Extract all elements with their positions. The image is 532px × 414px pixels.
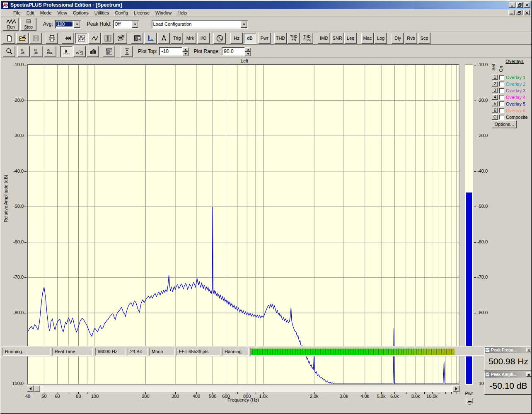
delay-button[interactable]: Dly bbox=[392, 33, 404, 44]
child-close-button[interactable] bbox=[523, 10, 530, 15]
menu-mode[interactable]: Mode bbox=[37, 10, 55, 16]
overlay-1-on-checkbox[interactable] bbox=[499, 75, 504, 80]
overlay-5-on-checkbox[interactable] bbox=[499, 101, 504, 106]
avg-combo[interactable]: 100 bbox=[55, 20, 81, 29]
overlay-2-set-button[interactable]: 2 bbox=[492, 81, 498, 87]
menu-view[interactable]: View bbox=[54, 10, 70, 16]
marker-button[interactable]: Mrk bbox=[184, 33, 196, 44]
scope-button[interactable]: Scp bbox=[418, 33, 430, 44]
io-button[interactable]: I/O bbox=[197, 33, 210, 44]
display-settings-button[interactable] bbox=[103, 46, 115, 57]
units-pwr-button[interactable]: Pwr bbox=[258, 33, 271, 44]
plot-top-spinner[interactable] bbox=[182, 47, 189, 55]
phase-view-button[interactable] bbox=[88, 33, 101, 44]
close-button[interactable] bbox=[524, 2, 530, 8]
zoom-out-2x-button[interactable]: 2X bbox=[31, 46, 43, 57]
step-plot-button[interactable] bbox=[73, 46, 86, 57]
plot-range-input[interactable]: 90.0 bbox=[222, 47, 245, 55]
thd-n-button[interactable]: THD+N bbox=[288, 33, 300, 44]
peak-frequency-titlebar[interactable]: Peak Frequ... bbox=[485, 347, 532, 353]
overlay-4-set-button[interactable]: 4 bbox=[492, 94, 498, 100]
print-button[interactable] bbox=[46, 33, 58, 44]
restore-button[interactable] bbox=[516, 2, 523, 8]
overlay-3-on-checkbox[interactable] bbox=[499, 88, 504, 93]
marker-button-label: Mrk bbox=[186, 36, 194, 40]
units-hz-button[interactable]: Hz bbox=[230, 33, 243, 44]
open-file-button[interactable] bbox=[16, 33, 29, 44]
bar-plot-button[interactable] bbox=[87, 46, 99, 57]
plot-top-input[interactable]: -10 bbox=[159, 47, 182, 55]
overlay-6-on-checkbox[interactable] bbox=[499, 108, 504, 113]
signal-generator-button[interactable] bbox=[213, 33, 226, 44]
child-minimize-button[interactable] bbox=[508, 10, 515, 15]
processing-settings-button[interactable] bbox=[131, 33, 143, 44]
scrollbar-thumb[interactable] bbox=[34, 385, 40, 392]
menu-utilities[interactable]: Utilities bbox=[92, 10, 112, 16]
spectrum-view-button[interactable] bbox=[75, 33, 87, 44]
menu-edit[interactable]: Edit bbox=[24, 10, 37, 16]
scroll-right-button[interactable] bbox=[453, 385, 459, 392]
peak-hold-combo-arrow[interactable] bbox=[132, 21, 138, 28]
calibration-button[interactable] bbox=[157, 33, 170, 44]
minimize-button[interactable] bbox=[509, 2, 515, 8]
line-plot-button[interactable] bbox=[60, 46, 73, 57]
amplitude-range-button[interactable] bbox=[121, 46, 133, 57]
peak-frequency-close-button[interactable] bbox=[526, 348, 532, 352]
scaling-button[interactable] bbox=[144, 33, 157, 44]
imd-button[interactable]: IMD bbox=[318, 33, 330, 44]
overlay-c-set-button[interactable]: C bbox=[492, 114, 498, 120]
y-tick-label-right: -50.0 bbox=[477, 204, 488, 209]
zoom-out-full-button[interactable]: FULL bbox=[44, 46, 56, 57]
spectrum-plot[interactable] bbox=[27, 64, 459, 385]
trigger-button[interactable]: Trig bbox=[171, 33, 183, 44]
spinner-up-icon[interactable] bbox=[245, 47, 251, 52]
spinner-up-icon[interactable] bbox=[182, 47, 189, 52]
peak-hold-combo[interactable]: Off bbox=[113, 20, 139, 29]
menu-help[interactable]: Help bbox=[174, 10, 190, 16]
new-file-button[interactable] bbox=[3, 33, 15, 44]
menu-options[interactable]: Options bbox=[70, 10, 92, 16]
peak-amplitude-close-button[interactable] bbox=[526, 372, 532, 377]
stop-button[interactable]: Stop bbox=[20, 18, 36, 31]
child-restore-button[interactable] bbox=[516, 10, 522, 15]
snr-button[interactable]: SNR bbox=[331, 33, 343, 44]
thd-freq-button[interactable]: THDFreq bbox=[301, 33, 313, 44]
logging-button[interactable]: Log bbox=[375, 33, 387, 44]
time-series-button[interactable] bbox=[62, 33, 74, 44]
macro-button[interactable]: Mac bbox=[361, 33, 374, 44]
menu-license[interactable]: License bbox=[131, 10, 152, 16]
zoom-button[interactable] bbox=[3, 46, 15, 57]
spinner-down-icon[interactable] bbox=[182, 52, 189, 56]
peak-amplitude-titlebar[interactable]: Peak Ampli... bbox=[485, 371, 532, 378]
run-button[interactable]: Run bbox=[3, 18, 19, 31]
overlays-set-column-label: Set bbox=[491, 64, 496, 71]
frequency-scrollbar[interactable] bbox=[27, 385, 459, 392]
overlays-options-button[interactable]: Options... bbox=[492, 120, 517, 128]
surface-view-button[interactable] bbox=[115, 33, 127, 44]
menu-file[interactable]: File bbox=[10, 10, 24, 16]
spectrogram-view-button[interactable] bbox=[102, 33, 114, 44]
overlay-3-set-button[interactable]: 3 bbox=[492, 88, 498, 93]
spinner-down-icon[interactable] bbox=[245, 52, 251, 56]
power-minimize-button[interactable] bbox=[467, 398, 473, 403]
overlay-1-set-button[interactable]: 1 bbox=[492, 75, 498, 80]
avg-combo-arrow[interactable] bbox=[74, 21, 80, 28]
load-configuration-combo[interactable]: Load Configuration bbox=[152, 20, 248, 29]
thd-button[interactable]: THD bbox=[274, 33, 287, 44]
overlay-6-set-button[interactable]: 6 bbox=[492, 108, 498, 113]
overlay-row-5: 5Overlay 5 bbox=[492, 101, 532, 107]
units-db-button[interactable]: dB bbox=[244, 33, 256, 44]
menu-window[interactable]: Window bbox=[152, 10, 174, 16]
scroll-left-button[interactable] bbox=[27, 385, 34, 392]
axis-tick bbox=[394, 392, 395, 394]
overlay-2-on-checkbox[interactable] bbox=[499, 82, 504, 87]
leq-button[interactable]: Leq bbox=[344, 33, 357, 44]
overlay-4-on-checkbox[interactable] bbox=[499, 95, 504, 100]
overlay-c-on-checkbox[interactable] bbox=[499, 115, 504, 120]
load-configuration-arrow[interactable] bbox=[241, 21, 247, 28]
reverb-button[interactable]: Rvb bbox=[405, 33, 417, 44]
menu-config[interactable]: Config bbox=[112, 10, 131, 16]
plot-range-spinner[interactable] bbox=[245, 47, 251, 55]
overlay-5-set-button[interactable]: 5 bbox=[492, 101, 498, 106]
zoom-in-2x-button[interactable]: 2X bbox=[17, 46, 30, 57]
